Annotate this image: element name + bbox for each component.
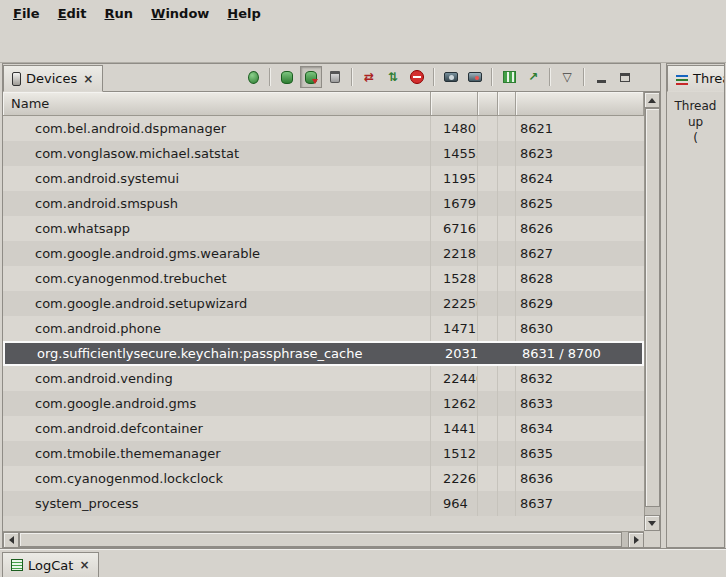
table-row[interactable]: com.google.android.gms.wearable221858627 [3, 241, 644, 266]
table-row[interactable]: com.vonglasow.michael.satstat145538623 [3, 141, 644, 166]
maximize-icon-glyph [620, 73, 630, 82]
menu-run[interactable]: Run [96, 3, 143, 24]
table-row[interactable]: com.android.smspush16798625 [3, 191, 644, 216]
toolbar-separator [433, 68, 435, 86]
table-row[interactable]: com.android.systemui11958624 [3, 166, 644, 191]
menu-file[interactable]: File [4, 3, 49, 24]
process-name: com.tmobile.thememanager [3, 441, 431, 466]
process-port: 8633 [516, 391, 644, 416]
process-pid: 1512 [431, 441, 478, 466]
table-row[interactable]: com.google.android.gms126238633 [3, 391, 644, 416]
method-profiling-icon-glyph: ⇅ [388, 71, 398, 83]
empty-cell [478, 316, 498, 341]
threads-message-line2: ( [667, 130, 724, 146]
minimize-icon[interactable] [590, 66, 612, 88]
empty-cell [498, 366, 516, 391]
horizontal-scrollbar-thumb[interactable] [19, 532, 622, 547]
scrollbar-corner [644, 531, 660, 547]
video-capture-icon-glyph [468, 72, 482, 82]
scroll-down-button[interactable] [644, 515, 660, 531]
scroll-right-button[interactable] [628, 532, 644, 548]
heap-columns-icon[interactable] [498, 66, 520, 88]
process-name: org.sufficientlysecure.keychain:passphra… [5, 343, 433, 364]
method-profiling-icon[interactable]: ⇅ [382, 66, 404, 88]
table-row[interactable]: com.cyanogenmod.trebuchet15288628 [3, 266, 644, 291]
tab-threads-label: Threads [693, 71, 725, 86]
table-row[interactable]: com.android.defcontainer144118634 [3, 416, 644, 441]
close-icon[interactable]: × [78, 558, 90, 572]
process-name: com.android.vending [3, 366, 431, 391]
empty-cell [478, 491, 498, 516]
tab-devices[interactable]: Devices × [3, 65, 103, 92]
process-port: 8621 [516, 116, 644, 141]
threads-tabbar: Threads [667, 64, 724, 92]
cause-gc-icon[interactable] [324, 66, 346, 88]
process-port: 8631 / 8700 [518, 343, 642, 364]
scroll-up-button[interactable] [644, 92, 660, 108]
column-header-port[interactable] [516, 92, 644, 115]
process-name: system_process [3, 491, 431, 516]
device-table-header: Name [3, 92, 644, 116]
empty-cell [498, 441, 516, 466]
table-row[interactable]: com.bel.android.dspmanager14808621 [3, 116, 644, 141]
table-row[interactable]: com.android.phone14718630 [3, 316, 644, 341]
logcat-bar: LogCat × [0, 548, 726, 577]
threads-message-line1: Thread up [667, 98, 724, 130]
minimize-icon-glyph [597, 80, 606, 83]
process-name: com.vonglasow.michael.satstat [3, 141, 431, 166]
toolbar-separator [583, 68, 585, 86]
process-name: com.google.android.setupwizard [3, 291, 431, 316]
table-row[interactable]: org.sufficientlysecure.keychain:passphra… [3, 341, 644, 366]
vertical-scrollbar-thumb[interactable] [645, 108, 660, 507]
dump-hprof-icon[interactable] [300, 66, 322, 88]
menu-edit[interactable]: Edit [49, 3, 96, 24]
process-pid: 22440 [431, 366, 478, 391]
screen-capture-icon[interactable] [440, 66, 462, 88]
tab-threads[interactable]: Threads [667, 65, 725, 92]
empty-cell [478, 141, 498, 166]
vertical-scrollbar[interactable] [644, 92, 660, 531]
update-heap-icon[interactable] [276, 66, 298, 88]
maximize-icon[interactable] [614, 66, 636, 88]
stop-process-icon[interactable] [406, 66, 428, 88]
empty-cell [498, 416, 516, 441]
device-table-body: com.bel.android.dspmanager14808621com.vo… [3, 116, 644, 531]
process-port: 8628 [516, 266, 644, 291]
empty-cell [498, 191, 516, 216]
process-name: com.android.smspush [3, 191, 431, 216]
profile-arrow-icon[interactable]: ↗ [522, 66, 544, 88]
table-row[interactable]: com.tmobile.thememanager15128635 [3, 441, 644, 466]
video-capture-icon[interactable] [464, 66, 486, 88]
menu-help[interactable]: Help [218, 3, 269, 24]
process-port: 8626 [516, 216, 644, 241]
profile-arrow-icon-glyph: ↗ [528, 71, 538, 83]
update-heap-icon-glyph [281, 71, 293, 84]
empty-cell [498, 166, 516, 191]
menu-window[interactable]: Window [142, 3, 218, 24]
process-port: 8623 [516, 141, 644, 166]
process-port: 8629 [516, 291, 644, 316]
column-header-gap1[interactable] [478, 92, 498, 115]
column-header-pid[interactable] [431, 92, 478, 115]
process-port: 8625 [516, 191, 644, 216]
table-row[interactable]: com.android.vending224408632 [3, 366, 644, 391]
empty-cell [478, 391, 498, 416]
table-row[interactable]: com.whatsapp67168626 [3, 216, 644, 241]
table-row[interactable]: system_process9648637 [3, 491, 644, 516]
debug-process-icon-glyph [248, 71, 259, 84]
tab-devices-label: Devices [26, 71, 77, 86]
horizontal-scrollbar[interactable] [3, 531, 644, 547]
process-pid: 1480 [431, 116, 478, 141]
table-row[interactable]: com.google.android.setupwizard222508629 [3, 291, 644, 316]
view-menu-icon[interactable]: ▽ [556, 66, 578, 88]
table-row[interactable]: com.cyanogenmod.lockclock222658636 [3, 466, 644, 491]
debug-process-icon[interactable] [242, 66, 264, 88]
column-header-name[interactable]: Name [3, 92, 431, 115]
empty-cell [498, 491, 516, 516]
scroll-left-button[interactable] [3, 532, 19, 548]
tab-logcat[interactable]: LogCat × [2, 552, 99, 577]
tab-logcat-label: LogCat [28, 558, 73, 573]
column-header-gap2[interactable] [498, 92, 516, 115]
close-icon[interactable]: × [82, 72, 94, 86]
update-threads-icon[interactable]: ⇄ [358, 66, 380, 88]
